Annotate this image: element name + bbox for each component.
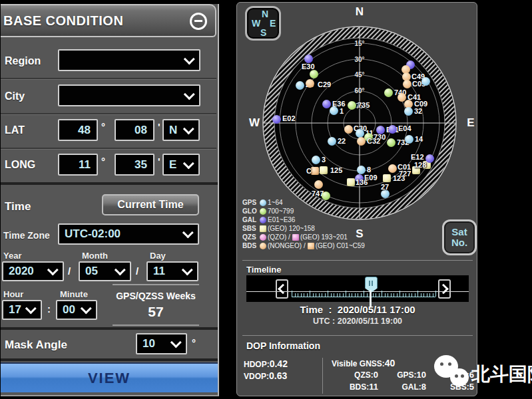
base-condition-panel: BASE CONDITION Region City LAT 48 ° 08 '… bbox=[1, 4, 219, 396]
satellite-label: C29 bbox=[318, 80, 331, 88]
bds-dot-icon bbox=[260, 243, 266, 249]
timeline-slider[interactable] bbox=[246, 275, 469, 302]
timeline-tick bbox=[313, 293, 314, 297]
compass-w: W bbox=[252, 18, 260, 29]
timeline-tick bbox=[328, 291, 328, 297]
satellite-label: 3 bbox=[322, 156, 326, 164]
visible-gnss-readout: Visible GNSS:40 bbox=[332, 358, 395, 368]
satellite-label: 27 bbox=[381, 183, 389, 191]
satellite-3 bbox=[312, 156, 320, 164]
timeline-tick bbox=[435, 291, 436, 297]
timeline-tick bbox=[298, 293, 298, 297]
watermark-text: 北斗国际化 bbox=[471, 362, 532, 387]
minute-label: Minute bbox=[60, 289, 88, 299]
view-button[interactable]: VIEW bbox=[1, 362, 218, 392]
compass-e: E bbox=[270, 18, 276, 29]
satellite-label: 32 bbox=[414, 107, 422, 115]
mask-angle-select[interactable]: 10 bbox=[136, 333, 187, 354]
satellite-label: 125 bbox=[330, 166, 342, 174]
ring-label: 15° bbox=[354, 40, 364, 47]
timeline-tick bbox=[301, 293, 302, 297]
legend-system-label: SBS bbox=[242, 225, 260, 232]
timeline-tick bbox=[411, 293, 412, 297]
satellite-32 bbox=[404, 107, 413, 116]
current-time-button[interactable]: Current Time bbox=[102, 194, 199, 215]
timeline-tick bbox=[331, 293, 332, 297]
month-select[interactable]: 05 bbox=[79, 261, 131, 281]
qzs-dot-icon bbox=[260, 234, 266, 241]
timeline-tick bbox=[367, 293, 368, 297]
satellite-14 bbox=[405, 135, 413, 144]
chevron-down-icon bbox=[184, 53, 195, 65]
gnss-count: QZS:0 bbox=[330, 370, 378, 380]
timeline-tick bbox=[394, 293, 394, 297]
satellite-label: 14 bbox=[415, 135, 423, 143]
timeline-tick bbox=[310, 291, 310, 297]
chevron-down-icon bbox=[183, 158, 194, 169]
legend-range-text: (GEO) 193~201 bbox=[300, 233, 348, 241]
chevron-down-icon bbox=[25, 303, 37, 314]
timeline-tick bbox=[322, 293, 322, 297]
satellite-E04 bbox=[388, 125, 397, 134]
timeline-tick bbox=[292, 291, 292, 297]
satellite-label: 735 bbox=[358, 101, 370, 109]
timeline-step-forward-button[interactable] bbox=[438, 279, 451, 299]
chevron-down-icon bbox=[170, 336, 182, 348]
mask-angle-label: Mask Angle bbox=[5, 338, 67, 352]
satellite-label: 22 bbox=[338, 137, 346, 145]
time-colon: : bbox=[47, 303, 51, 315]
skyplot-panel: N E S W N S E W 15°30°45°60°75 E3025C29C… bbox=[236, 2, 477, 396]
satellite-747 bbox=[314, 180, 323, 189]
legend-system-label: GPS bbox=[242, 199, 260, 206]
chevron-down-icon bbox=[47, 264, 59, 275]
lat-minutes-input[interactable]: 08 bbox=[115, 119, 154, 141]
chevron-left-icon bbox=[278, 284, 288, 295]
timeline-tick bbox=[307, 293, 308, 297]
date-slash: / bbox=[68, 265, 71, 277]
degree-unit: ° bbox=[101, 156, 105, 167]
lat-hemisphere-select[interactable]: N bbox=[162, 119, 200, 141]
satellite-C29 bbox=[306, 79, 314, 88]
collapse-minus-icon[interactable] bbox=[190, 13, 207, 30]
qzs-square-icon bbox=[292, 234, 299, 241]
time-zone-select[interactable]: UTC-02:00 bbox=[58, 223, 199, 245]
bds-square-icon bbox=[308, 243, 314, 249]
long-hemisphere-select[interactable]: E bbox=[162, 154, 200, 176]
hour-label: Hour bbox=[3, 289, 23, 299]
hour-select[interactable]: 17 bbox=[2, 300, 42, 320]
satellite-22 bbox=[328, 137, 336, 146]
city-select[interactable] bbox=[58, 84, 200, 106]
timeline-tick bbox=[364, 291, 364, 297]
sat-no-button[interactable]: Sat No. bbox=[442, 219, 477, 255]
day-select[interactable]: 11 bbox=[146, 261, 198, 281]
weeks-value: 57 bbox=[113, 304, 199, 320]
lat-degrees-input[interactable]: 48 bbox=[58, 119, 98, 141]
minute-select[interactable]: 00 bbox=[56, 300, 97, 320]
legend-range-text: (GEO) C01~C59 bbox=[316, 242, 365, 249]
minute-unit: ' bbox=[158, 121, 160, 132]
local-time-readout: Time : 2020/05/11 17:00 bbox=[237, 304, 477, 315]
timeline-tick bbox=[397, 293, 398, 297]
satellite-C bbox=[311, 167, 319, 175]
compass-icon[interactable]: N E S W bbox=[245, 6, 281, 41]
satellite-gps bbox=[421, 77, 430, 86]
region-select[interactable] bbox=[58, 49, 200, 71]
timeline-tick bbox=[337, 293, 338, 297]
year-select[interactable]: 2020 bbox=[2, 261, 64, 281]
vdop-readout: VDOP:0.63 bbox=[244, 370, 287, 381]
timeline-step-back-button[interactable] bbox=[276, 279, 288, 299]
timeline-tick bbox=[421, 293, 421, 297]
timeline-tick bbox=[361, 293, 362, 297]
chevron-down-icon bbox=[184, 88, 195, 100]
dop-divider bbox=[322, 358, 323, 394]
timeline-tick bbox=[382, 291, 382, 297]
timeline-tick bbox=[358, 293, 358, 297]
date-slash: / bbox=[136, 265, 138, 277]
glo-dot-icon bbox=[260, 208, 266, 215]
gnss-count: BDS:11 bbox=[330, 382, 378, 392]
legend-system-label: GAL bbox=[242, 216, 260, 223]
long-degrees-input[interactable]: 11 bbox=[58, 154, 98, 176]
degree-unit: ° bbox=[101, 121, 105, 132]
long-minutes-input[interactable]: 35 bbox=[115, 154, 154, 176]
legend-row: GLO700~799 bbox=[242, 207, 367, 215]
